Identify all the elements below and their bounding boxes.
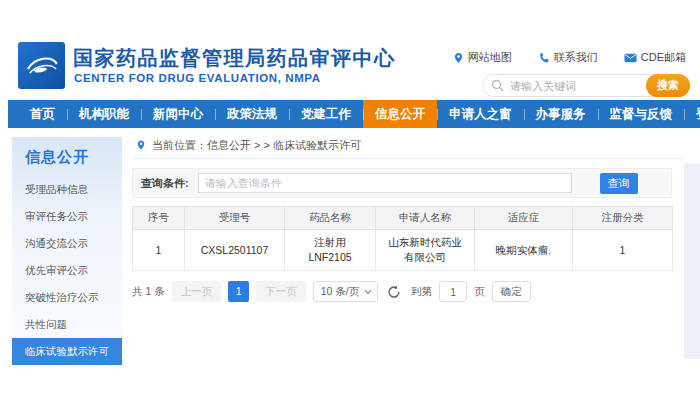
sidebar-item-communication[interactable]: 沟通交流公示 (12, 230, 122, 257)
nav-item-news-center[interactable]: 新闻中心 (141, 100, 215, 128)
col-header-applicant-name: 申请人名称 (376, 207, 475, 230)
cell-acceptance-no: CXSL2501107 (185, 230, 285, 271)
phone-icon (538, 52, 550, 64)
query-input[interactable] (198, 173, 572, 193)
nav-item-services[interactable]: 办事服务 (524, 100, 598, 128)
query-label: 查询条件: (141, 176, 189, 191)
page-size-value: 10 条/页 (321, 285, 360, 297)
refresh-button[interactable] (387, 284, 402, 299)
chevron-down-icon (364, 289, 372, 295)
current-page-button[interactable]: 1 (228, 281, 249, 302)
query-bar: 查询条件: 查询 (132, 168, 672, 198)
sidebar-item-priority-review[interactable]: 优先审评公示 (12, 257, 122, 284)
nav-item-party-building[interactable]: 党建工作 (289, 100, 363, 128)
goto-confirm-button[interactable]: 确定 (492, 281, 531, 302)
site-title: 国家药品监督管理局药品审评中心 (73, 45, 396, 72)
col-header-index: 序号 (133, 207, 185, 230)
goto-page-label: 到第 (411, 285, 432, 299)
cell-registration-class: 1 (573, 230, 673, 271)
topbar-quick-links: 网站地图 联系我们 CDE邮箱 (453, 50, 686, 65)
table-header-row: 序号 受理号 药品名称 申请人名称 适应症 注册分类 (133, 207, 673, 230)
nav-item-info-disclosure[interactable]: 信息公开 (363, 100, 437, 128)
sidebar-item-breakthrough-therapy[interactable]: 突破性治疗公示 (12, 284, 122, 311)
breadcrumb: 当前位置：信息公开 > > 临床试验默示许可 (132, 132, 684, 159)
nav-item-home[interactable]: 首页 (18, 100, 67, 128)
sidebar-item-accepted-varieties[interactable]: 受理品种信息 (12, 176, 122, 203)
nav-item-policies[interactable]: 政策法规 (215, 100, 289, 128)
breadcrumb-pin-icon (136, 139, 146, 151)
prev-page-button[interactable]: 上一页 (172, 281, 222, 302)
nav-item-registration-platform[interactable]: 登记备案平台 (684, 100, 700, 128)
search-icon (491, 79, 504, 92)
col-header-drug-name: 药品名称 (285, 207, 376, 230)
contact-us-link-label: 联系我们 (554, 50, 598, 65)
refresh-icon (387, 285, 401, 299)
content-right-strip (684, 163, 700, 359)
nav-item-applicant-window[interactable]: 申请人之窗 (437, 100, 524, 128)
cell-applicant-name: 山东新时代药业有限公司 (376, 230, 475, 271)
sidebar-item-review-tasks[interactable]: 审评任务公示 (12, 203, 122, 230)
sitemap-link[interactable]: 网站地图 (453, 50, 512, 65)
main-nav: 首页 机构职能 新闻中心 政策法规 党建工作 信息公开 申请人之窗 办事服务 监… (8, 100, 700, 128)
cde-website-page: 国家药品监督管理局药品审评中心 CENTER FOR DRUG EVALUATI… (0, 0, 700, 400)
col-header-acceptance-no: 受理号 (185, 207, 285, 230)
header-search: 搜索 (482, 74, 690, 97)
envelope-icon (624, 53, 637, 63)
sidebar: 信息公开 受理品种信息 审评任务公示 沟通交流公示 优先审评公示 突破性治疗公示… (12, 137, 122, 363)
sidebar-title: 信息公开 (12, 137, 122, 176)
nav-item-supervision-feedback[interactable]: 监督与反馈 (598, 100, 685, 128)
pagination: 共 1 条 上一页 1 下一页 10 条/页 到第 页 确定 (132, 281, 684, 302)
search-button[interactable]: 搜索 (646, 74, 690, 97)
cell-index: 1 (133, 230, 185, 271)
cde-logo (18, 42, 65, 89)
contact-us-link[interactable]: 联系我们 (538, 50, 598, 65)
nav-item-org-functions[interactable]: 机构职能 (67, 100, 141, 128)
sidebar-item-common-issues[interactable]: 共性问题 (12, 311, 122, 338)
results-table: 序号 受理号 药品名称 申请人名称 适应症 注册分类 1 CXSL2501107… (132, 206, 673, 271)
table-row: 1 CXSL2501107 注射用LNF2105 山东新时代药业有限公司 晚期实… (133, 230, 673, 271)
pagination-total: 共 1 条 (132, 285, 165, 299)
col-header-registration-class: 注册分类 (573, 207, 673, 230)
next-page-button[interactable]: 下一页 (256, 281, 306, 302)
query-button[interactable]: 查询 (600, 173, 638, 194)
cell-drug-name: 注射用LNF2105 (285, 230, 376, 271)
goto-page-unit: 页 (474, 285, 485, 299)
cde-logo-swoosh-icon (22, 46, 62, 86)
sitemap-link-label: 网站地图 (468, 50, 512, 65)
cell-indication: 晚期实体瘤. (475, 230, 573, 271)
sidebar-item-clinical-trial-implied-license[interactable]: 临床试验默示许可 (12, 338, 122, 365)
site-subtitle: CENTER FOR DRUG EVALUATION, NMPA (74, 72, 321, 84)
cde-mail-link-label: CDE邮箱 (641, 50, 686, 65)
col-header-indication: 适应症 (475, 207, 573, 230)
breadcrumb-text: 当前位置：信息公开 > > 临床试验默示许可 (152, 138, 361, 153)
goto-page-input[interactable] (439, 281, 467, 302)
location-pin-icon (453, 52, 464, 64)
cde-mail-link[interactable]: CDE邮箱 (624, 50, 686, 65)
main-content: 当前位置：信息公开 > > 临床试验默示许可 查询条件: 查询 序号 受理号 药… (132, 132, 684, 302)
page-size-select[interactable]: 10 条/页 (313, 281, 379, 302)
